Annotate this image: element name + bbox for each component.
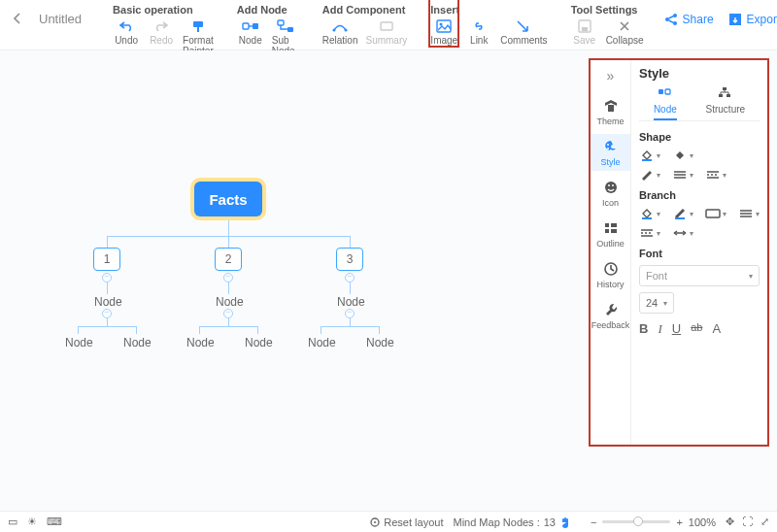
relation-button[interactable]: Relation (322, 17, 358, 46)
toolgroup-label: Tool Settings (571, 4, 644, 16)
font-family-select[interactable]: Font ▾ (639, 265, 760, 286)
connector-line (350, 283, 351, 294)
mindmap-child-node[interactable]: 1 (93, 248, 120, 271)
insert-image-button[interactable]: Image (430, 17, 457, 46)
mindmap-leaf[interactable]: Node (366, 336, 394, 349)
underline-button[interactable]: U (672, 321, 681, 337)
fit-button[interactable]: ⛶ (742, 515, 753, 528)
summary-button[interactable]: Summary (365, 17, 407, 46)
chevron-down-icon: ▾ (657, 171, 660, 180)
zoom-out-button[interactable]: − (591, 516, 596, 528)
svg-rect-32 (719, 94, 723, 97)
italic-button[interactable]: I (658, 321, 661, 337)
insert-comments-button[interactable]: Comments (500, 17, 547, 46)
svg-rect-13 (582, 27, 588, 31)
collapse-toggle[interactable] (345, 309, 355, 318)
connector-line (107, 318, 108, 326)
branch-shape[interactable]: ▾ (705, 207, 726, 220)
branch-pencil[interactable]: ▾ (672, 207, 693, 220)
collapse-toggle[interactable] (345, 273, 355, 283)
reset-layout-button[interactable]: Reset layout (369, 516, 443, 528)
zoom-slider[interactable] (602, 520, 670, 523)
insert-link-button[interactable]: Link (465, 17, 492, 46)
rail-icon[interactable]: Icon (591, 175, 630, 212)
collapse-button[interactable]: Collapse (606, 17, 644, 46)
mindmap-child-node[interactable]: 2 (215, 248, 242, 271)
format-painter-icon (189, 17, 207, 35)
branch-dashed[interactable]: ▾ (639, 226, 660, 240)
svg-point-16 (673, 21, 677, 25)
share-button[interactable]: Share (663, 12, 714, 27)
connector-line (107, 236, 108, 248)
branch-arrow[interactable]: ▾ (672, 226, 693, 240)
smiley-icon (602, 179, 620, 196)
wrench-icon (602, 301, 620, 318)
panel-title: Style (639, 66, 760, 81)
view-mode-1[interactable]: ▭ (8, 515, 17, 528)
mindmap-leaf[interactable]: Node (65, 336, 93, 349)
mindmap-leaf[interactable]: Node (123, 336, 152, 349)
pencil-blue-icon (672, 207, 688, 220)
svg-rect-2 (243, 23, 249, 29)
branch-lines[interactable]: ▾ (738, 207, 760, 220)
zoom-slider-thumb[interactable] (633, 516, 643, 526)
chevron-down-icon: ▾ (723, 171, 726, 180)
svg-point-19 (607, 148, 609, 150)
svg-rect-6 (287, 27, 293, 32)
svg-point-20 (610, 150, 612, 151)
mindmap-leaf[interactable]: Node (308, 336, 336, 349)
svg-point-11 (440, 23, 443, 26)
rail-outline[interactable]: Outline (591, 216, 630, 252)
link-icon (470, 17, 488, 35)
line-list-dashed[interactable]: ▾ (705, 168, 726, 182)
connector-line (379, 326, 380, 334)
rail-feedback[interactable]: Feedback (591, 297, 630, 334)
locate-button[interactable]: ✥ (726, 515, 734, 528)
line-list[interactable]: ▾ (672, 168, 693, 182)
branch-color[interactable]: ▾ (639, 207, 660, 220)
strikethrough-button[interactable]: ab (691, 321, 702, 337)
tab-node[interactable]: Node (654, 86, 677, 120)
save-button[interactable]: Save (571, 17, 598, 46)
bold-button[interactable]: B (639, 321, 648, 337)
collapse-toggle[interactable] (102, 309, 112, 318)
structure-tab-icon (718, 86, 733, 102)
collapse-panel-button[interactable]: » (607, 66, 615, 89)
mindmap-root-node[interactable]: Facts (194, 182, 262, 216)
rail-style[interactable]: Style (591, 134, 630, 171)
node-icon (242, 17, 259, 35)
mindmap-leaf[interactable]: Node (186, 336, 215, 349)
side-rail: » Theme Style Icon Outline History Feedb… (591, 60, 631, 445)
border-style[interactable]: ▾ (639, 168, 660, 182)
view-mode-3[interactable]: ⌨ (47, 515, 62, 528)
back-button[interactable] (0, 0, 33, 25)
export-button[interactable]: Export (727, 12, 777, 27)
lines-icon (672, 168, 688, 182)
style-icon (602, 138, 620, 155)
export-icon (727, 12, 743, 27)
mindmap-leaf[interactable]: Node (245, 336, 273, 349)
svg-rect-34 (642, 159, 652, 161)
svg-rect-31 (723, 87, 726, 90)
shape-border-color[interactable]: ▾ (672, 149, 693, 162)
shape-fill-color[interactable]: ▾ (639, 149, 660, 162)
fullscreen-button[interactable]: ⤢ (760, 515, 769, 528)
zoom-in-button[interactable]: + (676, 516, 682, 528)
document-title[interactable]: Untitled (33, 0, 99, 26)
view-mode-2[interactable]: ☀ (27, 515, 37, 528)
font-color-button[interactable]: A (712, 321, 721, 337)
collapse-toggle[interactable] (102, 273, 112, 283)
section-font-label: Font (639, 248, 760, 259)
rail-history[interactable]: History (591, 256, 630, 293)
connector-line (228, 283, 229, 294)
font-size-select[interactable]: 24 ▾ (639, 292, 674, 314)
rail-theme[interactable]: Theme (591, 93, 630, 130)
collapse-toggle[interactable] (223, 273, 233, 283)
collapse-toggle[interactable] (223, 309, 233, 318)
toolgroup-label: Add Node (237, 4, 299, 16)
zoom-controls: − + 100% (591, 516, 716, 528)
share-icon (663, 12, 679, 27)
tab-structure[interactable]: Structure (706, 86, 746, 120)
mindmap-child-node[interactable]: 3 (336, 248, 363, 271)
chevron-down-icon: ▾ (657, 229, 660, 238)
